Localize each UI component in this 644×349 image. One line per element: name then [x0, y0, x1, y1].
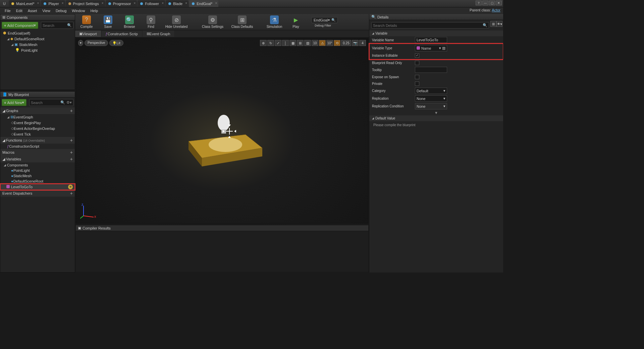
tab-player[interactable]: Player×	[41, 0, 65, 7]
category-dropdown[interactable]: Default▾	[415, 88, 447, 94]
menu-asset[interactable]: Asset	[25, 8, 40, 14]
angle-snap-value[interactable]: 10°	[326, 40, 333, 46]
browse-button[interactable]: 🔍Browse	[120, 14, 139, 30]
add-variable-icon[interactable]: +	[70, 156, 73, 162]
variable-name-input[interactable]	[415, 37, 447, 43]
eye-icon[interactable]: 👁	[68, 185, 73, 189]
scale-snap-icon[interactable]: ⟲	[334, 40, 340, 46]
menu-edit[interactable]: Edit	[13, 8, 25, 14]
details-header[interactable]: 🔍Details	[369, 14, 503, 20]
compiler-results-header[interactable]: ▣Compiler Results	[76, 225, 368, 231]
menu-window[interactable]: Window	[69, 8, 88, 14]
components-panel-header[interactable]: ⊞Components	[0, 14, 75, 20]
graph-eventgraph[interactable]: ◢⊞ EventGraph	[0, 114, 75, 120]
tab-progressor[interactable]: Progressor×	[106, 0, 137, 7]
play-button[interactable]: ▶Play	[286, 14, 305, 30]
parent-class-link[interactable]: Actor	[492, 8, 500, 12]
add-macro-icon[interactable]: +	[70, 150, 73, 155]
expand-arrow[interactable]: ▼	[369, 110, 503, 115]
graph-beginoverlap[interactable]: ◇ Event ActorBeginOverlap	[0, 126, 75, 131]
hide-unrelated-button[interactable]: ⊘Hide Unrelated	[163, 14, 190, 30]
class-defaults-button[interactable]: ⊞Class Defaults	[229, 14, 256, 30]
default-value-category[interactable]: Default Value	[369, 115, 503, 121]
macros-section[interactable]: Macros+	[0, 149, 75, 156]
my-blueprint-header[interactable]: 📘My Blueprint	[0, 92, 75, 98]
close-icon[interactable]: ×	[102, 1, 104, 5]
read-only-checkbox[interactable]	[415, 61, 419, 65]
simulation-button[interactable]: ⚗Simulation	[265, 14, 284, 30]
graphs-section[interactable]: ◢ Graphs+	[0, 107, 75, 114]
variables-section[interactable]: ◢ Variables+	[0, 156, 75, 162]
menu-help[interactable]: Help	[88, 8, 101, 14]
add-function-icon[interactable]: +	[70, 138, 73, 143]
graph-beginplay[interactable]: ◇ Event BeginPlay	[0, 120, 75, 126]
rotate-tool[interactable]: ↻	[267, 40, 274, 46]
components-search[interactable]: 🔍	[41, 22, 73, 29]
compile-button[interactable]: ?Compile	[77, 14, 96, 30]
add-new-button[interactable]: +Add New ▾	[2, 99, 26, 106]
close-icon[interactable]: ×	[62, 1, 64, 5]
tab-mainlevel[interactable]: MainLevel*×	[9, 0, 40, 7]
close-icon[interactable]: ×	[37, 1, 39, 5]
tab-eventgraph[interactable]: ⊞ Event Graph	[143, 31, 174, 37]
instance-editable-checkbox[interactable]	[415, 53, 419, 58]
class-settings-button[interactable]: ⚙Class Settings	[199, 14, 226, 30]
close-icon[interactable]: ×	[215, 1, 217, 5]
variable-category[interactable]: Variable	[369, 31, 503, 36]
component-self[interactable]: ⬢EndGoal(self)	[0, 30, 75, 36]
blueprint-search[interactable]: 🔍⚙▾	[29, 99, 73, 106]
variables-components-group[interactable]: ◢Components	[0, 162, 75, 168]
snap-grid-icon[interactable]: ⊞	[297, 40, 304, 46]
maximize-button[interactable]: ▢	[489, 1, 495, 5]
function-construction[interactable]: ƒ ConstructionScript	[0, 144, 75, 149]
component-point-light[interactable]: 💡PointLight	[0, 47, 75, 53]
visibility-button[interactable]: 👁▾	[496, 21, 502, 27]
add-dispatcher-icon[interactable]: +	[70, 191, 73, 196]
tab-endgoal[interactable]: EndGoal*×	[189, 0, 218, 7]
coord-toggle[interactable]: ▦	[289, 40, 296, 46]
replication-dropdown[interactable]: None▾	[415, 95, 447, 102]
close-icon[interactable]: ×	[134, 1, 136, 5]
scale-tool[interactable]: ⤢	[275, 40, 281, 46]
warn-icon[interactable]: ⚠	[319, 40, 326, 46]
tab-construction[interactable]: ƒ Construction Scrip	[102, 31, 142, 37]
scale-snap-value[interactable]: 0.25	[341, 40, 351, 46]
menu-debug[interactable]: Debug	[53, 8, 69, 14]
tab-project-settings[interactable]: Project Settings×	[66, 0, 105, 7]
close-icon[interactable]: ×	[185, 1, 187, 5]
component-static-mesh[interactable]: ◢▣StaticMesh	[0, 42, 75, 47]
camera-speed-icon[interactable]: 📷	[352, 40, 359, 46]
private-checkbox[interactable]	[415, 82, 419, 86]
perspective-button[interactable]: Perspective	[85, 40, 108, 46]
add-component-button[interactable]: +Add Component ▾	[2, 22, 38, 29]
tooltip-input[interactable]	[415, 67, 447, 73]
var-staticmesh[interactable]: ● StaticMesh	[0, 173, 75, 179]
property-matrix-button[interactable]: ⊞	[490, 21, 496, 27]
grid-snap-value[interactable]: 10	[312, 40, 318, 46]
variable-type-dropdown[interactable]: Name▾ ▥	[415, 45, 447, 51]
debug-object-selector[interactable]: EndGoal ▾ 🔍	[311, 17, 338, 23]
close-icon[interactable]: ×	[162, 1, 164, 5]
viewport-options[interactable]: ▾	[78, 40, 83, 46]
help-button[interactable]: ?	[476, 1, 482, 5]
menu-file[interactable]: File	[2, 8, 13, 14]
find-button[interactable]: ⚲Find	[142, 14, 160, 30]
details-search[interactable]: 🔍	[371, 22, 489, 29]
tab-viewport[interactable]: ▣ Viewport	[75, 31, 101, 37]
dispatchers-section[interactable]: Event Dispatchers+	[0, 190, 75, 197]
lit-button[interactable]: 💡Lit	[109, 40, 123, 46]
minimize-button[interactable]: —	[482, 1, 488, 5]
graph-tick[interactable]: ◇ Event Tick	[0, 131, 75, 137]
snap-surface-icon[interactable]: ▧	[304, 40, 311, 46]
close-button[interactable]: ✕	[496, 1, 502, 5]
tab-follower[interactable]: Follower×	[138, 0, 165, 7]
save-button[interactable]: 💾Save	[99, 14, 117, 30]
component-scene-root[interactable]: ◢◆DefaultSceneRoot	[0, 36, 75, 42]
var-sceneroot[interactable]: ● DefaultSceneRoot	[0, 179, 75, 184]
tab-blade[interactable]: Blade×	[166, 0, 189, 7]
menu-view[interactable]: View	[40, 8, 53, 14]
move-tool[interactable]: ⊕	[260, 40, 267, 46]
var-leveltogoto[interactable]: LevelToGoTo 👁	[0, 184, 75, 190]
var-pointlight[interactable]: ● PointLight	[0, 168, 75, 173]
viewport-3d[interactable]: ▾ Perspective 💡Lit ⊕ ↻ ⤢ │ ▦ ⊞ ▧ 10 ⚠ 10…	[76, 38, 368, 223]
